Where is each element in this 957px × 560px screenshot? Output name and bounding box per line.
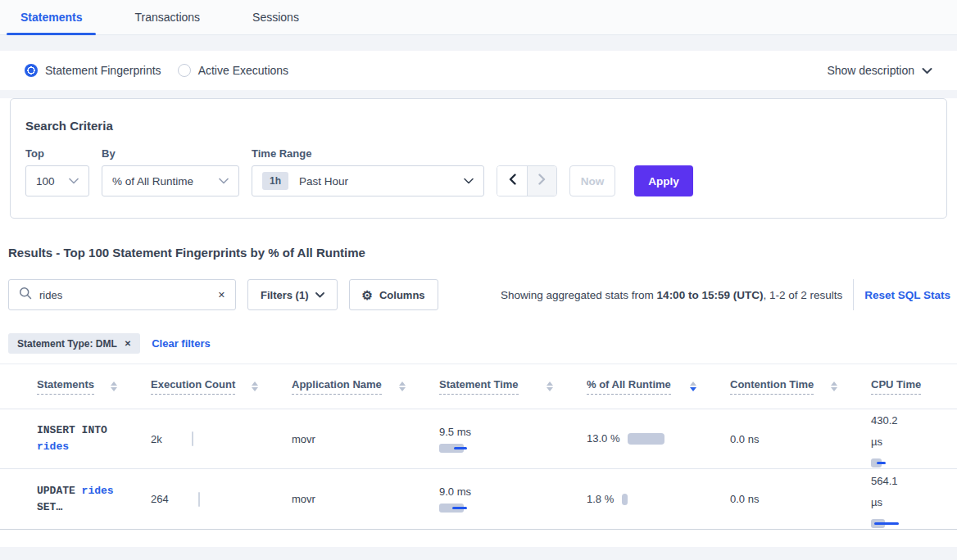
sql-text: INSERT INTO <box>37 424 107 436</box>
chevron-down-icon <box>219 178 229 184</box>
cpu-time-stddev-bar <box>877 462 886 464</box>
by-label: By <box>102 147 239 160</box>
sql-table-link[interactable]: rides <box>82 485 114 497</box>
execution-count-bar <box>192 431 193 446</box>
statement-time-stddev-bar <box>452 507 467 509</box>
clear-search-icon[interactable]: ✕ <box>218 290 225 300</box>
column-header-application-name[interactable]: Application Name <box>263 364 410 409</box>
column-header-execution-count[interactable]: Execution Count <box>122 364 263 409</box>
column-header-cpu-time[interactable]: CPU Time <box>842 364 957 409</box>
filters-button[interactable]: Filters (1) <box>247 279 338 310</box>
sort-icon[interactable] <box>245 382 258 391</box>
column-header-contention-time[interactable]: Contention Time <box>701 364 842 409</box>
execution-count-cell: 264 <box>122 469 263 529</box>
search-criteria-card: Search Criteria Top 100 By % of All Runt… <box>10 98 947 219</box>
tab-statements[interactable]: Statements <box>7 0 96 34</box>
sql-text: SET… <box>37 501 62 513</box>
remove-filter-icon[interactable]: ✕ <box>125 339 131 348</box>
statements-table: Statements Execution Count Application N… <box>0 364 957 530</box>
statement-time-stddev-bar <box>454 447 467 449</box>
chevron-left-icon <box>509 174 516 188</box>
top-label: Top <box>25 147 89 160</box>
application-name-value: movr <box>292 493 315 505</box>
column-label: Execution Count <box>151 378 235 395</box>
chevron-down-icon <box>922 67 932 75</box>
filter-chip-statement-type[interactable]: Statement Type: DML ✕ <box>8 333 140 354</box>
results-summary-group: Showing aggregated stats from 14:00 to 1… <box>501 279 950 310</box>
page-background-strip <box>0 547 957 558</box>
runtime-bar <box>628 433 664 445</box>
statement-time-bar <box>439 504 464 513</box>
runtime-value: 13.0 % <box>587 428 619 449</box>
contention-time-value: 0.0 ns <box>730 493 759 505</box>
table-row: UPDATE rides SET… 264 movr 9.0 ms <box>0 469 957 530</box>
contention-time-cell: 0.0 ns <box>701 469 842 529</box>
sort-icon[interactable] <box>824 382 837 391</box>
contention-time-value: 0.0 ns <box>730 433 759 445</box>
tab-transactions[interactable]: Transactions <box>120 0 214 34</box>
next-time-button[interactable] <box>527 166 556 196</box>
view-toggle-band: Statement Fingerprints Active Executions… <box>0 51 957 90</box>
vertical-divider <box>853 279 854 310</box>
chevron-down-icon <box>315 292 324 298</box>
execution-count-value: 264 <box>151 493 169 505</box>
summary-suffix: , 1-2 of 2 results <box>763 289 842 301</box>
clear-filters-link[interactable]: Clear filters <box>152 337 211 350</box>
statement-time-cell: 9.0 ms <box>410 469 558 529</box>
execution-count-cell: 2k <box>122 409 263 468</box>
cpu-time-bar <box>871 458 882 467</box>
now-button[interactable]: Now <box>569 165 615 196</box>
summary-period: 14:00 to 15:59 (UTC) <box>657 289 764 301</box>
column-header-statements[interactable]: Statements <box>8 364 122 409</box>
radio-unselected-icon[interactable] <box>178 64 191 77</box>
sort-icon[interactable] <box>104 382 117 391</box>
tab-sessions[interactable]: Sessions <box>238 0 313 34</box>
statement-time-cell: 9.5 ms <box>410 409 558 468</box>
column-header-percent-of-all-runtime[interactable]: % of All Runtime <box>558 364 701 409</box>
statement-time-value: 9.0 ms <box>439 485 471 498</box>
statement-time-bar <box>439 444 464 453</box>
sort-icon[interactable] <box>392 382 406 391</box>
radio-selected-icon[interactable] <box>25 64 38 77</box>
columns-button-label: Columns <box>379 289 425 301</box>
column-label: Statements <box>37 378 94 395</box>
search-icon <box>19 287 32 303</box>
sort-icon[interactable] <box>540 382 553 391</box>
by-select[interactable]: % of All Runtime <box>102 165 239 196</box>
results-controls: ✕ Filters (1) ⚙ Columns Showing aggregat… <box>8 279 950 310</box>
time-range-select[interactable]: 1h Past Hour <box>252 165 484 196</box>
main-content: Search Criteria Top 100 By % of All Runt… <box>0 98 957 547</box>
column-header-statement-time[interactable]: Statement Time <box>410 364 558 409</box>
radio-active-executions[interactable]: Active Executions <box>178 64 289 77</box>
show-description-toggle[interactable]: Show description <box>827 64 932 77</box>
results-heading: Results - Top 100 Statement Fingerprints… <box>8 246 957 260</box>
search-box[interactable]: ✕ <box>8 279 236 310</box>
search-input[interactable] <box>39 289 211 301</box>
sql-table-link[interactable]: rides <box>37 440 69 453</box>
gear-icon: ⚙ <box>362 289 373 301</box>
filters-button-label: Filters (1) <box>261 289 309 301</box>
spacer <box>0 35 957 51</box>
sql-text: UPDATE <box>37 485 82 497</box>
runtime-cell: 1.8 % <box>558 469 701 529</box>
chevron-down-icon <box>69 178 79 184</box>
execution-count-value: 2k <box>151 433 162 445</box>
contention-time-cell: 0.0 ns <box>701 409 842 468</box>
apply-button[interactable]: Apply <box>634 165 693 196</box>
summary-prefix: Showing aggregated stats from <box>501 289 657 301</box>
time-range-badge: 1h <box>262 172 288 190</box>
column-label: CPU Time <box>871 378 921 395</box>
sort-icon-descending-active[interactable] <box>683 382 696 391</box>
application-name-value: movr <box>292 433 315 445</box>
time-nav-group <box>497 165 557 196</box>
chevron-down-icon <box>464 178 474 184</box>
radio-statement-fingerprints[interactable]: Statement Fingerprints <box>25 64 161 77</box>
table-row: INSERT INTO rides 2k movr 9.5 ms <box>0 409 957 469</box>
columns-button[interactable]: ⚙ Columns <box>349 279 438 310</box>
application-name-cell: movr <box>263 409 410 468</box>
reset-sql-stats-link[interactable]: Reset SQL Stats <box>864 289 950 301</box>
top-select[interactable]: 100 <box>25 165 89 196</box>
previous-time-button[interactable] <box>497 166 527 196</box>
cpu-time-stddev-bar <box>874 522 899 525</box>
column-label: % of All Runtime <box>587 378 671 395</box>
